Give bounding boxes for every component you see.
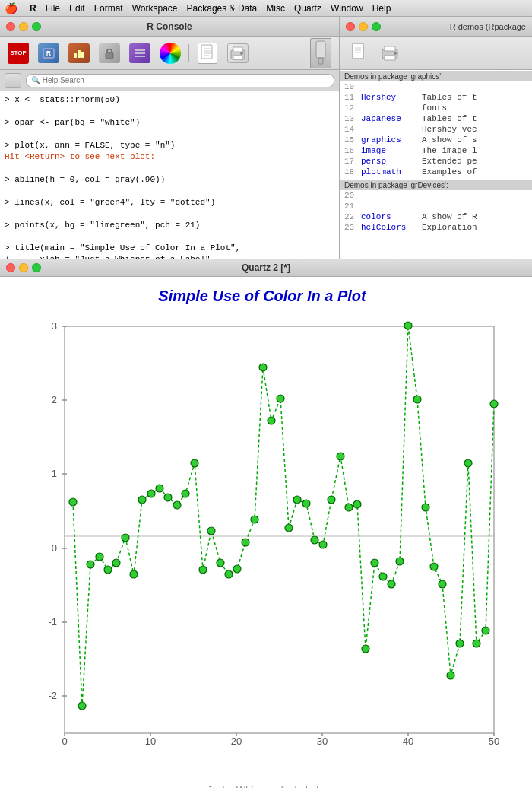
stop-button[interactable]: STOP <box>5 41 32 65</box>
console-blank-6 <box>5 231 334 243</box>
list-item[interactable]: 16 image The image-l <box>340 145 532 156</box>
list-item[interactable]: 17 persp Extended pe <box>340 156 532 167</box>
menu-help[interactable]: Help <box>372 3 391 14</box>
menu-misc[interactable]: Misc <box>266 3 285 14</box>
svg-point-66 <box>164 494 172 501</box>
svg-point-79 <box>277 395 284 402</box>
svg-point-73 <box>225 570 233 578</box>
menu-packages[interactable]: Packages & Data <box>187 3 258 14</box>
svg-text:0: 0 <box>62 736 67 747</box>
svg-text:50: 50 <box>489 736 499 747</box>
plot-area: Simple Use of Color In a Plot 3 2 1 <box>0 277 532 788</box>
svg-text:-2: -2 <box>48 690 57 701</box>
menu-r[interactable]: R <box>30 3 36 14</box>
quartz-title: Quartz 2 [*] <box>242 262 290 273</box>
svg-point-99 <box>447 672 454 679</box>
demos-titlebar: R demos (Rpackage <box>340 17 532 37</box>
menu-window[interactable]: Window <box>331 3 363 14</box>
console-blank-5 <box>5 208 334 220</box>
demos-print-button[interactable] <box>376 41 404 65</box>
svg-point-101 <box>464 459 472 467</box>
svg-text:0: 0 <box>52 542 57 554</box>
svg-point-86 <box>337 453 344 460</box>
menu-edit[interactable]: Edit <box>69 3 85 14</box>
list-item[interactable]: 11 Hershey Tables of t <box>340 92 532 103</box>
list-item[interactable]: 15 graphics A show of s <box>340 135 532 145</box>
lock-button[interactable] <box>96 41 123 65</box>
menu-format[interactable]: Format <box>94 3 123 14</box>
help-search-input[interactable] <box>26 74 334 87</box>
maximize-button[interactable] <box>32 22 41 31</box>
apple-menu[interactable]: 🍎 <box>5 2 17 14</box>
quartz-minimize-button[interactable] <box>19 263 28 272</box>
rconsole-body[interactable]: > x <- stats::rnorm(50) > opar <- par(bg… <box>0 91 339 259</box>
list-item[interactable]: 13 Japanese Tables of t <box>340 113 532 124</box>
list-item[interactable]: 23 hclColors Exploration <box>340 222 532 233</box>
svg-text:40: 40 <box>403 736 413 747</box>
toolbar-separator-1 <box>188 44 189 62</box>
rconsole-searchbar: - <box>0 70 339 91</box>
list-item[interactable]: 14 Hershey vec <box>340 124 532 135</box>
minimize-button[interactable] <box>19 22 28 31</box>
close-button[interactable] <box>6 22 15 31</box>
lines-icon <box>129 43 150 63</box>
svg-point-57 <box>87 561 94 568</box>
demos-section-graphics: Demos in package 'graphics': <box>340 71 532 81</box>
color-wheel-icon <box>160 43 181 64</box>
console-line-1: > x <- stats::rnorm(50) <box>5 94 334 106</box>
svg-point-85 <box>328 496 335 504</box>
svg-point-94 <box>404 322 412 329</box>
svg-point-78 <box>268 417 275 424</box>
demos-maximize-button[interactable] <box>372 22 381 31</box>
lock-svg <box>103 46 116 60</box>
usb-button[interactable] <box>307 41 334 65</box>
svg-text:10: 10 <box>145 736 156 747</box>
color-wheel-button[interactable] <box>157 41 184 65</box>
svg-point-93 <box>396 558 404 565</box>
console-blank-4 <box>5 186 334 197</box>
rconsole-toolbar: STOP R <box>0 37 339 70</box>
list-item[interactable]: 21 <box>340 201 532 211</box>
console-line-4: > abline(h = 0, col = gray(.90)) <box>5 174 334 186</box>
svg-rect-2 <box>74 53 77 58</box>
top-area: R Console STOP R <box>0 17 532 259</box>
menu-file[interactable]: File <box>46 3 60 14</box>
list-item[interactable]: 18 plotmath Examples of <box>340 167 532 177</box>
print-icon <box>227 43 249 63</box>
console-line-7: > title(main = "Simple Use of Color In a… <box>5 243 334 254</box>
demos-title: R demos (Rpackage <box>450 22 526 31</box>
demos-doc-button[interactable] <box>346 41 373 65</box>
rconsole-titlebar: R Console <box>0 17 339 37</box>
menu-workspace[interactable]: Workspace <box>132 3 178 14</box>
svg-point-82 <box>302 500 310 507</box>
list-item[interactable]: 20 <box>340 190 532 201</box>
lines-button[interactable] <box>126 41 154 65</box>
console-line-2: > opar <- par(bg = "white") <box>5 117 334 129</box>
svg-point-102 <box>473 640 480 647</box>
list-item[interactable]: 12 fonts <box>340 103 532 113</box>
run-button[interactable]: R <box>35 41 62 65</box>
console-hit-line: Hit <Return> to see next plot: <box>5 151 334 163</box>
quartz-close-button[interactable] <box>6 263 15 272</box>
svg-point-62 <box>130 570 138 578</box>
doc-button[interactable] <box>194 41 221 65</box>
list-item[interactable]: 10 <box>340 81 532 92</box>
print-button[interactable] <box>224 41 252 65</box>
demos-minimize-button[interactable] <box>359 22 368 31</box>
lock-icon <box>99 43 120 63</box>
plot-svg: 3 2 1 0 -1 -2 0 10 20 <box>19 311 505 783</box>
plot-title: Simple Use of Color In a Plot <box>158 288 366 305</box>
nav-back-button[interactable]: - <box>5 73 21 88</box>
chart-button[interactable] <box>65 41 93 65</box>
svg-point-67 <box>173 501 181 509</box>
svg-point-27 <box>394 52 397 55</box>
demos-close-button[interactable] <box>346 22 355 31</box>
menu-quartz[interactable]: Quartz <box>294 3 321 14</box>
list-item[interactable]: 22 colors A show of R <box>340 211 532 222</box>
quartz-window: Quartz 2 [*] Simple Use of Color In a Pl… <box>0 259 532 788</box>
demos-panel: R demos (Rpackage Demo <box>340 17 532 259</box>
svg-point-60 <box>112 559 120 567</box>
svg-point-55 <box>69 498 77 506</box>
quartz-maximize-button[interactable] <box>32 263 41 272</box>
svg-point-56 <box>78 702 86 710</box>
